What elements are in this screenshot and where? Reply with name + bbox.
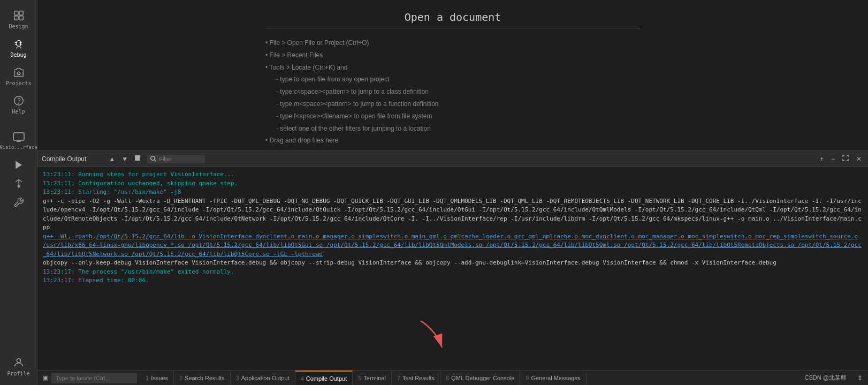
tabs-more-btn[interactable]: ⇕ bbox=[855, 373, 865, 383]
panel-header: Compile Output ▲ ▼ bbox=[37, 151, 868, 167]
tab-item-terminal[interactable]: 5Terminal bbox=[353, 371, 392, 385]
tab-bar: ▣ 1Issues2Search Results3Application Out… bbox=[37, 370, 868, 385]
panel-output[interactable]: 13:23:11: Running steps for project Visi… bbox=[37, 167, 868, 370]
tab-label: Test Results bbox=[402, 375, 435, 381]
tab-num: 1 bbox=[146, 375, 149, 381]
svg-point-9 bbox=[18, 185, 19, 187]
welcome-list-item: File > Open File or Project (Ctrl+O) bbox=[265, 37, 640, 49]
output-line: g++ -c -pipe -O2 -g -Wall -Wextra -D_REE… bbox=[43, 197, 863, 232]
welcome-list-item: select one of the other filters for jump… bbox=[265, 123, 640, 135]
tab-num: 7 bbox=[397, 375, 400, 381]
filter-box[interactable] bbox=[147, 155, 205, 163]
sidebar-item-design[interactable]: Design bbox=[0, 5, 37, 34]
locate-input[interactable] bbox=[51, 373, 137, 383]
svg-rect-2 bbox=[14, 16, 18, 20]
tab-item-qml-debugger-console[interactable]: 8QML Debugger Console bbox=[440, 371, 520, 385]
welcome-list-item: type f<space><filename> to open file fro… bbox=[265, 110, 640, 123]
sidebar-item-debug[interactable]: Debug bbox=[0, 34, 37, 62]
panel-stop-btn[interactable] bbox=[132, 154, 143, 164]
build-icon bbox=[13, 197, 24, 208]
step-button[interactable] bbox=[11, 176, 26, 193]
tab-label: General Messages bbox=[531, 375, 580, 381]
output-line: g++ -Wl,-rpath,/opt/Qt/5.15.2/gcc_64/lib… bbox=[43, 232, 863, 259]
design-label: Design bbox=[9, 24, 28, 29]
svg-point-5 bbox=[14, 96, 23, 105]
output-line: 13:23:11: Running steps for project Visi… bbox=[43, 170, 863, 179]
device-name-label: Visio...rface bbox=[0, 145, 37, 150]
panel-down-btn[interactable]: ▼ bbox=[119, 154, 130, 164]
svg-point-6 bbox=[18, 103, 19, 103]
projects-icon bbox=[13, 66, 25, 78]
sidebar-item-help[interactable]: Help bbox=[0, 90, 37, 119]
design-icon bbox=[13, 10, 25, 21]
tab-item-application-output[interactable]: 3Application Output bbox=[231, 371, 295, 385]
panel-toggle-btn[interactable]: ▣ bbox=[41, 373, 50, 382]
tab-item-search-results[interactable]: 2Search Results bbox=[174, 371, 231, 385]
tab-item-compile-output[interactable]: 4Compile Output bbox=[295, 371, 353, 385]
tabs-list: 1Issues2Search Results3Application Outpu… bbox=[140, 371, 587, 385]
welcome-title: Open a document bbox=[265, 11, 640, 28]
panel-right-controls: + − ✕ bbox=[818, 154, 864, 164]
output-line: 13:23:11: Starting: "/usr/bin/make" -j8 bbox=[43, 188, 863, 197]
welcome-section: Open a document File > Open File or Proj… bbox=[265, 11, 640, 147]
output-line: 13:23:11: Configuration unchanged, skipp… bbox=[43, 179, 863, 188]
projects-label: Projects bbox=[5, 80, 31, 86]
svg-point-10 bbox=[17, 359, 20, 363]
output-line: 13:23:17: Elapsed time: 00:06. bbox=[43, 276, 863, 285]
profile-label: Profile bbox=[7, 371, 29, 376]
bottom-panel-wrapper: Compile Output ▲ ▼ bbox=[37, 150, 868, 370]
maximize-icon bbox=[842, 155, 849, 161]
tab-item-general-messages[interactable]: 9General Messages bbox=[520, 371, 586, 385]
tab-num: 4 bbox=[301, 375, 304, 382]
tab-num: 3 bbox=[236, 375, 239, 381]
sidebar-item-projects[interactable]: Projects bbox=[0, 62, 37, 90]
tab-num: 8 bbox=[446, 375, 449, 381]
build-button[interactable] bbox=[11, 195, 26, 212]
main-content: Open a document File > Open File or Proj… bbox=[37, 0, 868, 385]
tab-label: Issues bbox=[151, 375, 168, 381]
run-icon bbox=[13, 160, 24, 170]
sidebar-item-profile[interactable]: Profile bbox=[5, 352, 32, 381]
tab-label: Terminal bbox=[363, 375, 386, 381]
filter-input[interactable] bbox=[159, 156, 202, 162]
tab-label: Search Results bbox=[185, 375, 225, 381]
tab-item-issues[interactable]: 1Issues bbox=[140, 371, 174, 385]
filter-search-icon bbox=[150, 156, 157, 162]
svg-point-12 bbox=[151, 156, 155, 160]
panel-up-btn[interactable]: ▲ bbox=[106, 154, 117, 164]
tab-item-test-results[interactable]: 7Test Results bbox=[392, 371, 440, 385]
output-line: 13:23:17: The process "/usr/bin/make" ex… bbox=[43, 268, 863, 277]
profile-icon bbox=[13, 357, 25, 368]
svg-rect-11 bbox=[135, 155, 140, 161]
device-icon bbox=[12, 131, 25, 144]
panel-close-btn[interactable]: ✕ bbox=[854, 154, 864, 164]
stop-icon bbox=[134, 155, 141, 161]
svg-rect-3 bbox=[19, 16, 22, 20]
welcome-list-item: type m<space><pattern> to jump to a func… bbox=[265, 98, 640, 110]
debug-icon bbox=[13, 38, 25, 50]
editor-area: Open a document File > Open File or Proj… bbox=[37, 0, 868, 150]
step-icon bbox=[13, 178, 24, 189]
welcome-items: File > Open File or Project (Ctrl+O)File… bbox=[265, 37, 640, 147]
run-button[interactable] bbox=[11, 157, 26, 174]
panel-title: Compile Output bbox=[42, 155, 86, 163]
svg-marker-8 bbox=[16, 161, 22, 169]
svg-point-4 bbox=[17, 72, 20, 75]
panel-add-btn[interactable]: + bbox=[818, 154, 826, 164]
panel-maximize-btn[interactable] bbox=[840, 154, 851, 164]
tab-label: QML Debugger Console bbox=[451, 375, 514, 381]
panel-sort-btn[interactable] bbox=[93, 153, 104, 164]
svg-rect-1 bbox=[19, 11, 22, 15]
tab-label: Application Output bbox=[241, 375, 290, 381]
sidebar: Design Debug Projects Help Visio... bbox=[0, 0, 37, 385]
sidebar-device[interactable]: Visio...rface bbox=[0, 127, 37, 153]
panel-remove-btn[interactable]: − bbox=[829, 154, 837, 164]
welcome-list-item: Drag and drop files here bbox=[265, 134, 640, 147]
welcome-list-item: File > Recent Files bbox=[265, 49, 640, 62]
svg-rect-0 bbox=[14, 11, 18, 15]
tab-label: Compile Output bbox=[306, 375, 347, 382]
help-icon bbox=[13, 95, 25, 107]
bottom-panel: Compile Output ▲ ▼ bbox=[37, 150, 868, 370]
sort-icon bbox=[95, 154, 102, 162]
tab-num: 5 bbox=[358, 375, 361, 381]
